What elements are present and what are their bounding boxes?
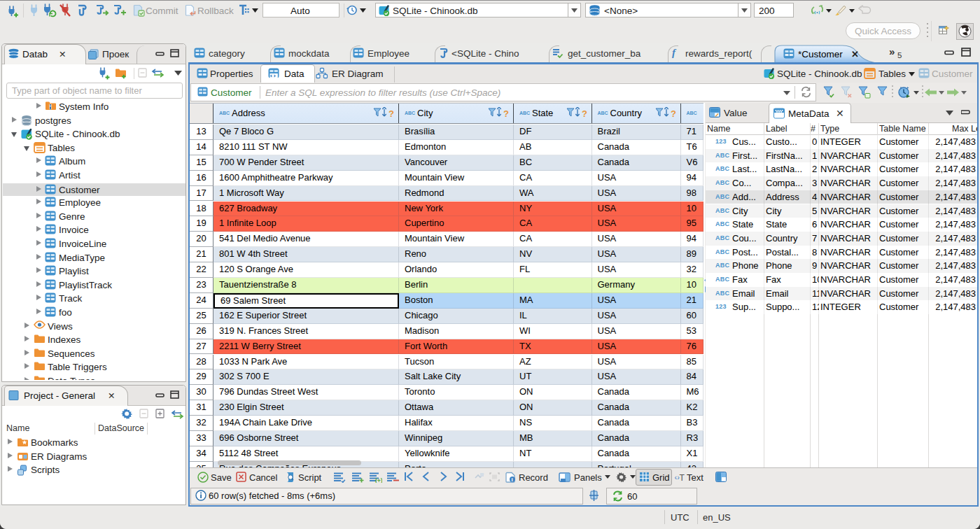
svg-text:?: ? [582, 108, 587, 119]
svg-text:f: f [672, 47, 677, 58]
svg-text:(+): (+) [375, 477, 382, 483]
svg-text:?: ? [388, 108, 394, 119]
svg-text:?: ? [503, 108, 509, 119]
svg-text:i: i [512, 477, 513, 483]
svg-text:?: ? [671, 108, 676, 119]
svg-text:T: T [680, 473, 685, 482]
